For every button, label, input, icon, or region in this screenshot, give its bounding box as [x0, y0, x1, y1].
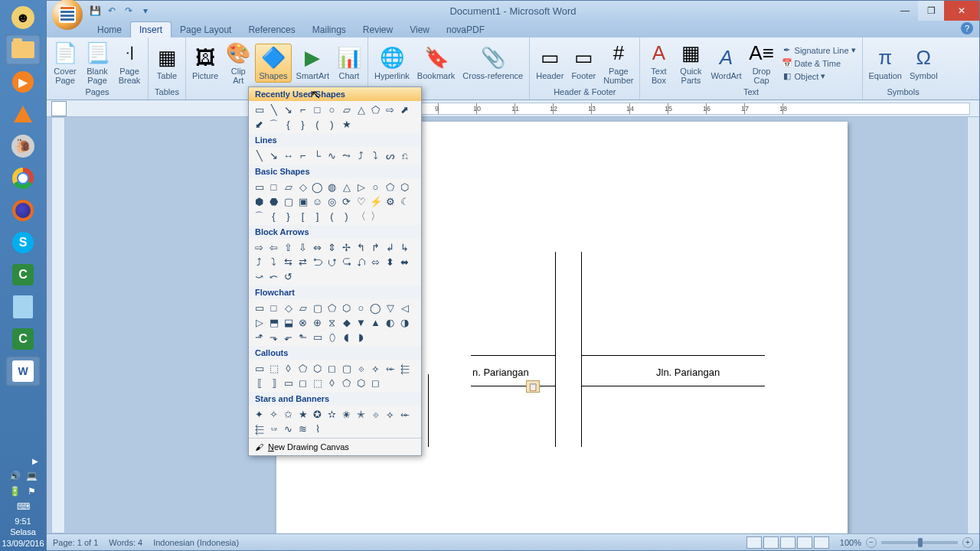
shape-option[interactable]: ↘ — [281, 103, 296, 117]
shape-option[interactable]: ★ — [296, 407, 310, 422]
shape-option[interactable]: ⎃ — [266, 422, 281, 436]
shape-option[interactable]: ⮌ — [310, 255, 325, 269]
shape-option[interactable]: ⬄ — [368, 255, 383, 269]
shape-option[interactable]: ⎌ — [397, 148, 412, 163]
view-web-layout[interactable] — [780, 536, 795, 549]
shape-option[interactable]: ⤺ — [266, 269, 281, 284]
shape-option[interactable]: ⬱ — [252, 422, 266, 436]
zoom-out[interactable]: − — [866, 537, 877, 548]
tray-volume-icon[interactable]: 🔊 — [8, 470, 21, 482]
symbol-button[interactable]: ΩSymbol — [906, 44, 941, 82]
tray-overflow-icon[interactable]: ▶ — [32, 457, 38, 465]
shape-option[interactable]: ▱ — [339, 103, 354, 117]
shape-option[interactable]: ◑ — [397, 315, 412, 330]
shape-option[interactable]: ↘ — [266, 148, 281, 163]
shape-option[interactable]: ⬓ — [281, 315, 296, 330]
shape-option[interactable]: ⬚ — [266, 361, 281, 376]
shape-option[interactable]: ⇨ — [383, 103, 397, 117]
system-clock[interactable]: 9:51 Selasa 13/09/2016 — [2, 516, 44, 551]
shape-option[interactable]: ♡ — [354, 194, 368, 209]
shape-line[interactable] — [581, 355, 765, 356]
new-drawing-canvas[interactable]: 🖌 New Drawing Canvas — [249, 438, 421, 455]
shape-option[interactable]: ⟧ — [266, 376, 281, 390]
shape-option[interactable]: ⬍ — [383, 255, 397, 269]
taskbar-item-skype[interactable]: S — [5, 227, 41, 258]
shape-option[interactable]: [ — [296, 209, 310, 223]
shape-option[interactable]: ◗ — [354, 330, 368, 344]
shape-option[interactable]: ⇕ — [325, 240, 339, 255]
shape-option[interactable]: ⇧ — [281, 240, 296, 255]
chart-button[interactable]: 📊Chart — [334, 44, 364, 82]
shape-option[interactable]: { — [266, 209, 281, 223]
shape-option[interactable]: ↳ — [397, 240, 412, 255]
tab-insert[interactable]: Insert — [130, 21, 172, 37]
taskbar-item-camtasia1[interactable]: C — [5, 259, 41, 290]
shape-option[interactable]: ⤻ — [252, 269, 266, 284]
shape-option[interactable]: ⬠ — [339, 376, 354, 390]
shape-option[interactable]: ⟐ — [354, 361, 368, 376]
qat-undo-icon[interactable]: ↶ — [105, 4, 119, 18]
shape-option[interactable]: ▱ — [296, 301, 310, 315]
zoom-level[interactable]: 100% — [840, 538, 861, 547]
shape-option[interactable]: ○ — [368, 180, 383, 194]
tab-pagelayout[interactable]: Page Layout — [172, 22, 240, 37]
textbox-button[interactable]: ATextBox — [643, 40, 674, 86]
shape-option[interactable]: ⬠ — [296, 361, 310, 376]
shape-option[interactable]: ∿ — [325, 148, 339, 163]
tab-home[interactable]: Home — [89, 22, 130, 37]
shape-option[interactable]: } — [296, 117, 310, 132]
shape-option[interactable]: ▷ — [252, 315, 266, 330]
shape-option[interactable]: ) — [339, 209, 354, 223]
shape-option[interactable]: ◎ — [325, 194, 339, 209]
shape-option[interactable]: □ — [266, 301, 281, 315]
shape-option[interactable]: ⬏ — [252, 330, 266, 344]
shape-option[interactable]: ⬐ — [281, 330, 296, 344]
taskbar-item-vlc[interactable] — [5, 99, 41, 129]
shape-option[interactable]: ⌐ — [296, 148, 310, 163]
shape-option[interactable]: ▢ — [339, 361, 354, 376]
shape-option[interactable]: ⮏ — [354, 255, 368, 269]
shape-option[interactable]: ⌒ — [252, 209, 266, 223]
shape-option[interactable]: ⬡ — [310, 361, 325, 376]
shape-option[interactable]: ╲ — [266, 103, 281, 117]
shape-option[interactable]: ⇔ — [310, 240, 325, 255]
shape-option[interactable]: ▽ — [383, 301, 397, 315]
date-time-button[interactable]: 📅Date & Time — [780, 57, 858, 70]
shape-option[interactable]: ⟡ — [383, 407, 397, 422]
view-draft[interactable] — [814, 536, 829, 549]
tray-keyboard-icon[interactable]: ⌨ — [17, 500, 29, 513]
shape-option[interactable]: ⬈ — [397, 103, 412, 117]
shape-option[interactable]: ⇩ — [296, 240, 310, 255]
shape-option[interactable]: ▲ — [368, 315, 383, 330]
shape-option[interactable]: ✭ — [354, 407, 368, 422]
shape-option[interactable]: ◻ — [325, 361, 339, 376]
shape-option[interactable]: ⌒ — [266, 117, 281, 132]
shape-option[interactable]: □ — [310, 103, 325, 117]
shape-line[interactable] — [471, 355, 555, 356]
page-number-button[interactable]: #PageNumber — [600, 40, 636, 86]
shape-option[interactable]: ◻ — [296, 376, 310, 390]
shape-option[interactable]: ◖ — [339, 330, 354, 344]
view-print-layout[interactable] — [746, 536, 762, 549]
shape-option[interactable]: ☺ — [310, 194, 325, 209]
shape-option[interactable]: └ — [310, 148, 325, 163]
shape-option[interactable]: ⬋ — [252, 117, 266, 132]
clipart-button[interactable]: 🎨ClipArt — [223, 40, 253, 86]
shape-option[interactable]: ⬰ — [383, 361, 397, 376]
shape-option[interactable]: ⚡ — [368, 194, 383, 209]
shape-option[interactable]: ▢ — [310, 301, 325, 315]
shape-option[interactable]: ⟡ — [368, 361, 383, 376]
shape-line[interactable] — [555, 355, 556, 447]
vertical-scrollbar[interactable] — [967, 117, 979, 533]
shape-option[interactable]: ⬡ — [339, 301, 354, 315]
shape-option[interactable]: ▢ — [281, 194, 296, 209]
shape-option[interactable]: △ — [354, 103, 368, 117]
shape-option[interactable]: ▭ — [252, 301, 266, 315]
shape-option[interactable]: ⬣ — [266, 194, 281, 209]
taskbar-item-explorer[interactable] — [5, 34, 41, 65]
maximize-button[interactable]: ❐ — [918, 1, 944, 21]
status-page[interactable]: Page: 1 of 1 — [53, 538, 98, 547]
signature-line-button[interactable]: ✒Signature Line ▾ — [780, 44, 858, 57]
status-words[interactable]: Words: 4 — [109, 538, 142, 547]
tray-network-icon[interactable]: 💻 — [25, 470, 38, 482]
